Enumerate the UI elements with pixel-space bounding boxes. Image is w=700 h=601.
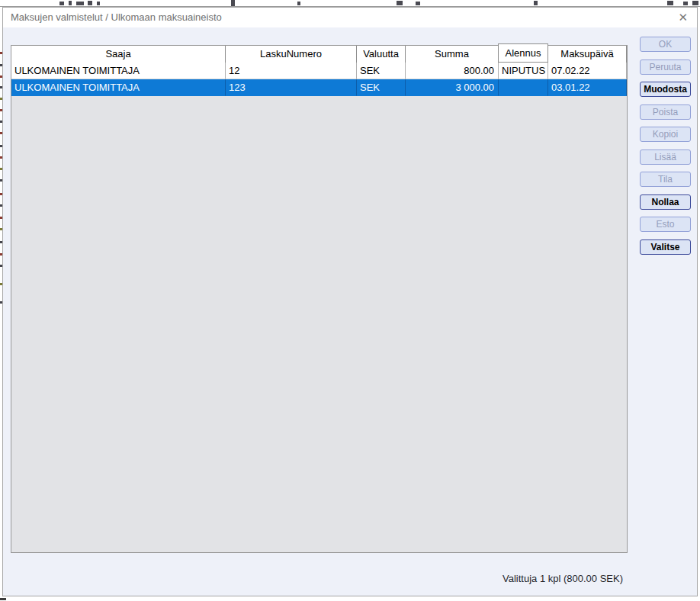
button-column: OKPeruutaMuodostaPoistaKopioiLisääTilaNo… bbox=[640, 37, 691, 255]
background-artifact bbox=[683, 2, 688, 5]
button-lisää[interactable]: Lisää bbox=[640, 149, 691, 165]
background-artifact bbox=[667, 1, 673, 5]
cell-maksupaiva: 03.01.22 bbox=[548, 79, 627, 96]
button-muodosta[interactable]: Muodosta bbox=[640, 82, 691, 97]
screen: Maksujen valmistelut / Ulkomaan maksuain… bbox=[0, 0, 700, 601]
background-artifact bbox=[231, 0, 235, 6]
cell-maksupaiva: 07.02.22 bbox=[548, 63, 627, 79]
title-bar: Maksujen valmistelut / Ulkomaan maksuain… bbox=[3, 8, 697, 27]
cell-summa: 3 000.00 bbox=[406, 79, 499, 96]
table-body: ULKOMAINEN TOIMITTAJA 12 SEK 800.00 NIPU… bbox=[11, 63, 627, 96]
button-ok[interactable]: OK bbox=[640, 37, 691, 52]
background-artifact bbox=[692, 1, 698, 5]
cell-saaja: ULKOMAINEN TOIMITTAJA bbox=[11, 79, 226, 96]
background-artifact bbox=[59, 2, 64, 5]
column-header-alennus[interactable]: Alennus bbox=[498, 43, 548, 63]
table-row[interactable]: ULKOMAINEN TOIMITTAJA 12 SEK 800.00 NIPU… bbox=[11, 63, 627, 79]
background-artifact bbox=[297, 2, 300, 5]
table-header-row: Saaja LaskuNumero Valuutta Summa Alennus… bbox=[11, 46, 627, 63]
background-artifact bbox=[534, 1, 538, 5]
background-artifact bbox=[97, 2, 100, 5]
window-title: Maksujen valmistelut / Ulkomaan maksuain… bbox=[11, 8, 222, 27]
background-artifact bbox=[69, 1, 72, 5]
cell-valuutta: SEK bbox=[357, 79, 406, 96]
button-tila[interactable]: Tila bbox=[640, 172, 691, 187]
button-esto[interactable]: Esto bbox=[640, 217, 691, 232]
cell-alennus bbox=[499, 79, 548, 96]
selection-status: Valittuja 1 kpl (800.00 SEK) bbox=[503, 573, 623, 584]
button-valitse[interactable]: Valitse bbox=[640, 239, 691, 255]
table-row[interactable]: ULKOMAINEN TOIMITTAJA 123 SEK 3 000.00 0… bbox=[11, 79, 627, 96]
background-artifact bbox=[76, 2, 84, 5]
close-icon[interactable]: ✕ bbox=[678, 8, 688, 27]
cell-alennus: NIPUTUS bbox=[499, 63, 548, 79]
payments-table: Saaja LaskuNumero Valuutta Summa Alennus… bbox=[11, 45, 628, 553]
background-artifact bbox=[88, 1, 92, 5]
button-poista[interactable]: Poista bbox=[640, 104, 691, 120]
cell-valuutta: SEK bbox=[357, 63, 406, 79]
background-artifact bbox=[397, 1, 403, 5]
cell-saaja: ULKOMAINEN TOIMITTAJA bbox=[11, 63, 226, 79]
button-nollaa[interactable]: Nollaa bbox=[640, 194, 691, 210]
dialog-maksujen-valmistelut: Maksujen valmistelut / Ulkomaan maksuain… bbox=[2, 7, 698, 596]
button-kopioi[interactable]: Kopioi bbox=[640, 127, 691, 142]
button-peruuta[interactable]: Peruuta bbox=[640, 59, 691, 75]
background-artifact bbox=[416, 2, 420, 5]
cell-summa: 800.00 bbox=[406, 63, 499, 79]
cell-laskunumero: 12 bbox=[226, 63, 357, 79]
background-artifact bbox=[0, 598, 6, 600]
cell-laskunumero: 123 bbox=[226, 79, 357, 96]
